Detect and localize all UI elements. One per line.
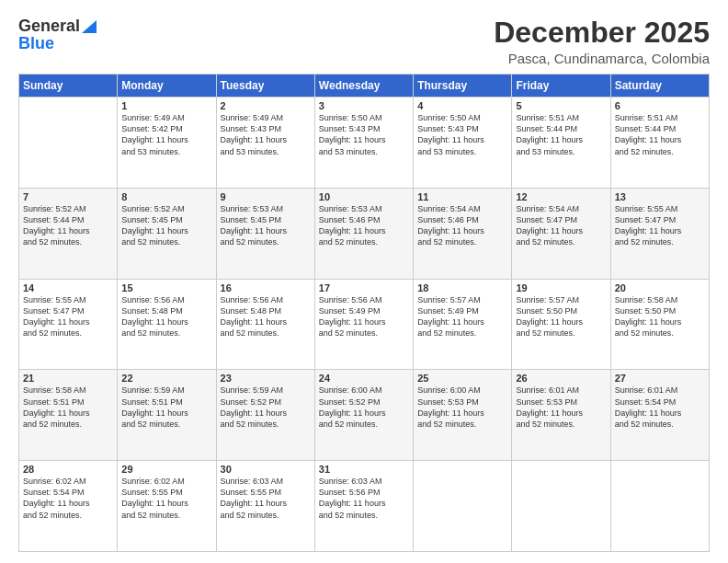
calendar-cell: 12Sunrise: 5:54 AM Sunset: 5:47 PM Dayli… xyxy=(512,188,610,279)
day-number: 18 xyxy=(417,282,507,293)
calendar-cell xyxy=(610,461,709,552)
cell-info: Sunrise: 5:51 AM Sunset: 5:44 PM Dayligh… xyxy=(516,112,606,157)
calendar-cell: 23Sunrise: 5:59 AM Sunset: 5:52 PM Dayli… xyxy=(216,370,314,461)
page: General Blue December 2025 Pasca, Cundin… xyxy=(0,0,728,563)
cell-info: Sunrise: 5:57 AM Sunset: 5:49 PM Dayligh… xyxy=(417,294,507,339)
cell-info: Sunrise: 5:59 AM Sunset: 5:51 PM Dayligh… xyxy=(121,385,211,430)
cell-info: Sunrise: 5:49 AM Sunset: 5:42 PM Dayligh… xyxy=(121,112,211,157)
cell-info: Sunrise: 6:03 AM Sunset: 5:55 PM Dayligh… xyxy=(221,476,311,521)
calendar-cell: 30Sunrise: 6:03 AM Sunset: 5:55 PM Dayli… xyxy=(216,461,314,552)
cell-info: Sunrise: 6:00 AM Sunset: 5:52 PM Dayligh… xyxy=(319,385,409,430)
day-number: 30 xyxy=(221,464,311,475)
calendar-cell: 27Sunrise: 6:01 AM Sunset: 5:54 PM Dayli… xyxy=(610,370,709,461)
cell-info: Sunrise: 5:58 AM Sunset: 5:51 PM Dayligh… xyxy=(23,385,113,430)
cell-info: Sunrise: 6:01 AM Sunset: 5:53 PM Dayligh… xyxy=(516,385,606,430)
day-number: 14 xyxy=(23,282,113,293)
day-number: 11 xyxy=(417,191,507,202)
cell-info: Sunrise: 5:50 AM Sunset: 5:43 PM Dayligh… xyxy=(417,112,507,157)
calendar-header-row: SundayMondayTuesdayWednesdayThursdayFrid… xyxy=(19,75,710,98)
day-number: 31 xyxy=(319,464,409,475)
cell-info: Sunrise: 5:54 AM Sunset: 5:46 PM Dayligh… xyxy=(417,203,507,248)
cell-info: Sunrise: 5:53 AM Sunset: 5:45 PM Dayligh… xyxy=(221,203,311,248)
logo-blue-text: Blue xyxy=(18,34,54,53)
calendar-cell: 3Sunrise: 5:50 AM Sunset: 5:43 PM Daylig… xyxy=(314,98,413,189)
calendar-cell: 5Sunrise: 5:51 AM Sunset: 5:44 PM Daylig… xyxy=(512,98,610,189)
day-number: 25 xyxy=(417,373,507,384)
week-row-3: 14Sunrise: 5:55 AM Sunset: 5:47 PM Dayli… xyxy=(19,279,710,370)
calendar-cell: 14Sunrise: 5:55 AM Sunset: 5:47 PM Dayli… xyxy=(19,279,118,370)
calendar-cell: 16Sunrise: 5:56 AM Sunset: 5:48 PM Dayli… xyxy=(216,279,314,370)
day-number: 8 xyxy=(121,191,211,202)
cell-info: Sunrise: 5:50 AM Sunset: 5:43 PM Dayligh… xyxy=(319,112,409,157)
cell-info: Sunrise: 5:56 AM Sunset: 5:49 PM Dayligh… xyxy=(319,294,409,339)
cell-info: Sunrise: 6:03 AM Sunset: 5:56 PM Dayligh… xyxy=(319,476,409,521)
day-number: 21 xyxy=(23,373,113,384)
calendar-cell: 29Sunrise: 6:02 AM Sunset: 5:55 PM Dayli… xyxy=(118,461,216,552)
day-number: 16 xyxy=(221,282,311,293)
day-number: 12 xyxy=(516,191,606,202)
cell-info: Sunrise: 5:51 AM Sunset: 5:44 PM Dayligh… xyxy=(615,112,705,157)
calendar-cell xyxy=(512,461,610,552)
week-row-4: 21Sunrise: 5:58 AM Sunset: 5:51 PM Dayli… xyxy=(19,370,710,461)
day-number: 23 xyxy=(221,373,311,384)
day-number: 28 xyxy=(23,464,113,475)
cell-info: Sunrise: 5:52 AM Sunset: 5:45 PM Dayligh… xyxy=(121,203,211,248)
day-number: 20 xyxy=(615,282,705,293)
week-row-2: 7Sunrise: 5:52 AM Sunset: 5:44 PM Daylig… xyxy=(19,188,710,279)
calendar-cell: 4Sunrise: 5:50 AM Sunset: 5:43 PM Daylig… xyxy=(414,98,512,189)
day-of-week-tuesday: Tuesday xyxy=(216,75,314,98)
calendar-table: SundayMondayTuesdayWednesdayThursdayFrid… xyxy=(18,74,710,552)
calendar-cell: 7Sunrise: 5:52 AM Sunset: 5:44 PM Daylig… xyxy=(19,188,118,279)
calendar-cell: 31Sunrise: 6:03 AM Sunset: 5:56 PM Dayli… xyxy=(314,461,413,552)
day-number: 2 xyxy=(221,100,311,111)
cell-info: Sunrise: 5:56 AM Sunset: 5:48 PM Dayligh… xyxy=(221,294,311,339)
cell-info: Sunrise: 5:57 AM Sunset: 5:50 PM Dayligh… xyxy=(516,294,606,339)
calendar-cell: 13Sunrise: 5:55 AM Sunset: 5:47 PM Dayli… xyxy=(610,188,709,279)
cell-info: Sunrise: 5:49 AM Sunset: 5:43 PM Dayligh… xyxy=(221,112,311,157)
calendar-cell: 22Sunrise: 5:59 AM Sunset: 5:51 PM Dayli… xyxy=(118,370,216,461)
day-number: 29 xyxy=(121,464,211,475)
day-number: 15 xyxy=(121,282,211,293)
day-number: 4 xyxy=(417,100,507,111)
calendar-cell: 24Sunrise: 6:00 AM Sunset: 5:52 PM Dayli… xyxy=(314,370,413,461)
cell-info: Sunrise: 6:02 AM Sunset: 5:55 PM Dayligh… xyxy=(121,476,211,521)
cell-info: Sunrise: 5:56 AM Sunset: 5:48 PM Dayligh… xyxy=(121,294,211,339)
header: General Blue December 2025 Pasca, Cundin… xyxy=(18,17,710,66)
calendar-cell: 2Sunrise: 5:49 AM Sunset: 5:43 PM Daylig… xyxy=(216,98,314,189)
calendar-cell xyxy=(414,461,512,552)
calendar-cell: 8Sunrise: 5:52 AM Sunset: 5:45 PM Daylig… xyxy=(118,188,216,279)
cell-info: Sunrise: 6:01 AM Sunset: 5:54 PM Dayligh… xyxy=(615,385,705,430)
calendar-cell: 20Sunrise: 5:58 AM Sunset: 5:50 PM Dayli… xyxy=(610,279,709,370)
main-title: December 2025 xyxy=(494,17,710,49)
calendar-cell: 9Sunrise: 5:53 AM Sunset: 5:45 PM Daylig… xyxy=(216,188,314,279)
day-number: 19 xyxy=(516,282,606,293)
calendar-cell: 26Sunrise: 6:01 AM Sunset: 5:53 PM Dayli… xyxy=(512,370,610,461)
cell-info: Sunrise: 6:00 AM Sunset: 5:53 PM Dayligh… xyxy=(417,385,507,430)
calendar-cell: 11Sunrise: 5:54 AM Sunset: 5:46 PM Dayli… xyxy=(414,188,512,279)
day-number: 3 xyxy=(319,100,409,111)
day-number: 7 xyxy=(23,191,113,202)
logo: General Blue xyxy=(18,17,97,53)
day-of-week-thursday: Thursday xyxy=(414,75,512,98)
cell-info: Sunrise: 5:55 AM Sunset: 5:47 PM Dayligh… xyxy=(23,294,113,339)
calendar-cell: 18Sunrise: 5:57 AM Sunset: 5:49 PM Dayli… xyxy=(414,279,512,370)
calendar-cell: 1Sunrise: 5:49 AM Sunset: 5:42 PM Daylig… xyxy=(118,98,216,189)
calendar-cell: 21Sunrise: 5:58 AM Sunset: 5:51 PM Dayli… xyxy=(19,370,118,461)
week-row-1: 1Sunrise: 5:49 AM Sunset: 5:42 PM Daylig… xyxy=(19,98,710,189)
week-row-5: 28Sunrise: 6:02 AM Sunset: 5:54 PM Dayli… xyxy=(19,461,710,552)
logo-general-text: General xyxy=(18,17,80,36)
calendar-cell xyxy=(19,98,118,189)
cell-info: Sunrise: 5:55 AM Sunset: 5:47 PM Dayligh… xyxy=(615,203,705,248)
cell-info: Sunrise: 5:52 AM Sunset: 5:44 PM Dayligh… xyxy=(23,203,113,248)
day-number: 24 xyxy=(319,373,409,384)
cell-info: Sunrise: 6:02 AM Sunset: 5:54 PM Dayligh… xyxy=(23,476,113,521)
cell-info: Sunrise: 5:53 AM Sunset: 5:46 PM Dayligh… xyxy=(319,203,409,248)
day-of-week-friday: Friday xyxy=(512,75,610,98)
day-number: 26 xyxy=(516,373,606,384)
title-section: December 2025 Pasca, Cundinamarca, Colom… xyxy=(494,17,710,66)
day-number: 5 xyxy=(516,100,606,111)
calendar-cell: 25Sunrise: 6:00 AM Sunset: 5:53 PM Dayli… xyxy=(414,370,512,461)
calendar-cell: 17Sunrise: 5:56 AM Sunset: 5:49 PM Dayli… xyxy=(314,279,413,370)
calendar-cell: 15Sunrise: 5:56 AM Sunset: 5:48 PM Dayli… xyxy=(118,279,216,370)
calendar-cell: 19Sunrise: 5:57 AM Sunset: 5:50 PM Dayli… xyxy=(512,279,610,370)
